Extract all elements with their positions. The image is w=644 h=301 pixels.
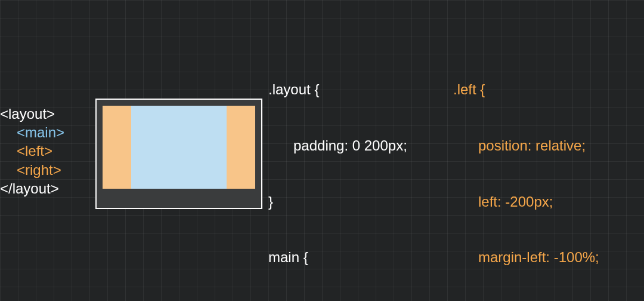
tag-right: <right> <box>17 162 61 178</box>
tag-main: <main> <box>17 124 64 140</box>
css-code-block-layout: .layout { padding: 0 200px; } main { flo… <box>268 43 407 301</box>
tag-left: <left> <box>17 143 52 159</box>
diagram-left-column <box>103 106 131 189</box>
tag-layout-close: </layout> <box>0 180 59 196</box>
css-line: margin-left: -100%; <box>453 248 602 266</box>
css-line: padding: 0 200px; <box>268 136 407 155</box>
tag-layout-open: <layout> <box>0 106 55 122</box>
css-line: .left { <box>453 80 602 99</box>
diagram-right-column <box>227 106 255 189</box>
css-line: main { <box>268 248 407 266</box>
diagram-main-column <box>131 106 227 189</box>
css-line: .layout { <box>268 80 407 99</box>
css-line: position: relative; <box>453 136 602 155</box>
html-code-block: <layout> <main> <left> <right> </layout> <box>0 105 64 198</box>
layout-diagram-inner <box>103 106 255 189</box>
css-line: left: -200px; <box>453 192 602 211</box>
css-code-block-leftright: .left { position: relative; left: -200px… <box>453 43 602 301</box>
layout-diagram <box>95 99 262 209</box>
css-line: } <box>268 192 407 211</box>
